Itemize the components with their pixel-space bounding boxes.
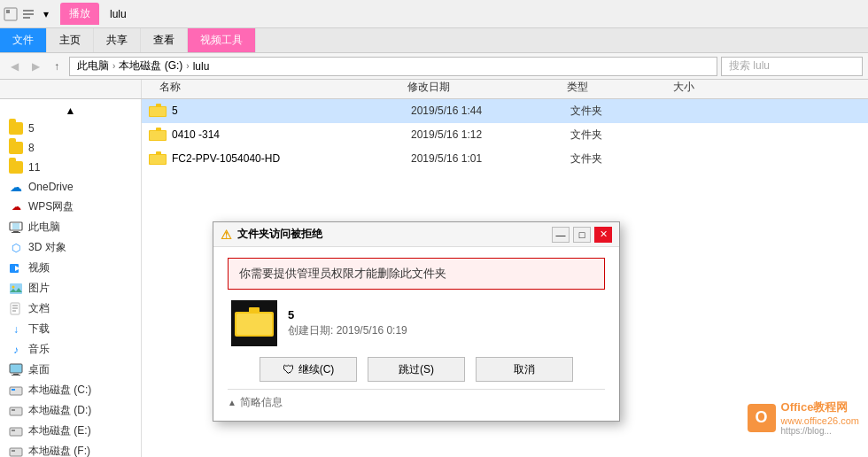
dialog-maximize-button[interactable]: □ [573,227,591,243]
ribbon-tab-home[interactable]: 主页 [47,28,94,52]
tab-lulu: lulu [101,4,136,24]
dialog-buttons: 🛡 继续(C) 跳过(S) 取消 [228,357,605,382]
dialog-title-bar: ⚠ 文件夹访问被拒绝 — □ ✕ [213,222,619,247]
dialog-folder-date: 创建日期: 2019/5/16 0:19 [288,323,407,338]
path-folder: lulu [193,60,210,73]
continue-button[interactable]: 🛡 继续(C) [260,357,357,382]
shield-icon: 🛡 [283,362,295,376]
title-bar-tabs: 播放 lulu [60,3,136,25]
dialog-warning-icon: ⚠ [221,228,232,242]
title-bar: ▾ 播放 lulu [0,0,868,28]
address-bar: ◀ ▶ ↑ 此电脑 › 本地磁盘 (G:) › lulu 搜索 lulu [0,53,868,80]
svg-rect-1 [6,10,10,13]
ribbon-tabs: 文件 主页 共享 查看 视频工具 [0,28,868,52]
window-icon [4,7,18,21]
skip-button[interactable]: 跳过(S) [368,357,465,382]
address-path[interactable]: 此电脑 › 本地磁盘 (G:) › lulu [69,57,717,76]
quick-access-icon[interactable] [21,7,35,21]
ribbon-tab-view[interactable]: 查看 [141,28,188,52]
search-box[interactable]: 搜索 lulu [721,57,863,76]
dialog-file-info: 5 创建日期: 2019/5/16 0:19 [228,300,605,346]
chevron-up-icon: ▲ [228,398,236,407]
back-button[interactable]: ◀ [5,58,23,75]
ribbon-tab-video[interactable]: 视频工具 [188,28,256,52]
search-placeholder: 搜索 lulu [729,58,770,74]
ribbon: 文件 主页 共享 查看 视频工具 [0,28,868,53]
forward-button[interactable]: ▶ [27,58,44,75]
ribbon-tab-share[interactable]: 共享 [94,28,141,52]
dialog-close-button[interactable]: ✕ [594,227,612,243]
dialog-title-text: 文件夹访问被拒绝 [237,227,322,242]
up-button[interactable]: ↑ [48,58,66,75]
folder-thumbnail [231,300,277,346]
error-message: 你需要提供管理员权限才能删除此文件夹 [228,258,605,290]
path-drive: 本地磁盘 (G:) [119,58,182,74]
dialog-details-toggle[interactable]: ▲ 简略信息 [228,389,605,410]
cancel-button[interactable]: 取消 [476,357,573,382]
dialog-controls: — □ ✕ [552,227,612,243]
access-denied-dialog: ⚠ 文件夹访问被拒绝 — □ ✕ 你需要提供管理员权限才能删除此文件夹 [213,221,620,422]
svg-rect-36 [236,314,272,335]
dialog-minimize-button[interactable]: — [552,227,570,243]
path-pc: 此电脑 [77,58,109,74]
dialog-folder-name: 5 [288,308,407,321]
dialog-body: 你需要提供管理员权限才能删除此文件夹 5 创建日期: 2019/5/16 0:1… [213,247,619,421]
dialog-overlay: ⚠ 文件夹访问被拒绝 — □ ✕ 你需要提供管理员权限才能删除此文件夹 [0,80,868,457]
tab-play[interactable]: 播放 [60,3,99,25]
dialog-folder-details: 5 创建日期: 2019/5/16 0:19 [288,308,407,338]
title-bar-icons: ▾ [4,7,53,21]
dropdown-icon[interactable]: ▾ [39,7,53,21]
dialog-title-left: ⚠ 文件夹访问被拒绝 [221,227,322,242]
ribbon-tab-file[interactable]: 文件 [0,28,47,52]
